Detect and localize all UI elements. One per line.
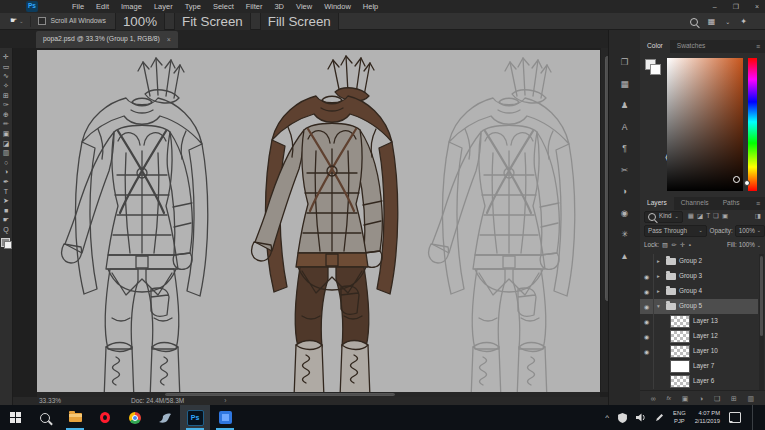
menu-layer[interactable]: Layer: [148, 3, 179, 11]
tool-dodge[interactable]: ◑: [0, 167, 12, 177]
twisty-icon[interactable]: ▸: [654, 289, 663, 295]
lock-all-icon[interactable]: ▪: [689, 242, 691, 248]
opera-button[interactable]: [90, 405, 120, 430]
new-layer-icon[interactable]: ⊞: [731, 395, 737, 402]
visibility-toggle[interactable]: ◉: [640, 314, 654, 329]
fill-screen-button[interactable]: Fill Screen: [260, 11, 339, 32]
tool-spot-healing[interactable]: ⊕: [0, 110, 12, 120]
tool-brush[interactable]: ✏: [0, 119, 12, 129]
clone-source-panel-icon[interactable]: ◉: [621, 207, 628, 220]
saturation-brightness-field[interactable]: [667, 58, 743, 191]
visibility-toggle[interactable]: ◉: [640, 344, 654, 359]
blend-mode-dropdown[interactable]: Pass Through ⌄: [644, 225, 707, 236]
tool-zoom[interactable]: Q: [0, 225, 12, 235]
fit-screen-button[interactable]: Fit Screen: [174, 11, 251, 32]
lock-pixels-icon[interactable]: ✏: [671, 242, 676, 248]
color-swatches[interactable]: [1, 238, 12, 249]
zoom-100-button[interactable]: 100%: [115, 11, 165, 32]
layer-thumbnail[interactable]: [670, 360, 690, 373]
tool-type[interactable]: T: [0, 186, 12, 196]
visibility-toggle[interactable]: ◉: [640, 269, 654, 284]
speaker-icon[interactable]: [636, 413, 646, 422]
menu-type[interactable]: Type: [179, 3, 207, 11]
filter-kind-dropdown[interactable]: Kind ⌄: [644, 211, 683, 223]
canvas-vertical-scrollbar[interactable]: [601, 48, 608, 392]
hue-slider-marker[interactable]: [744, 180, 750, 186]
notes-panel-icon[interactable]: ❐: [621, 56, 629, 69]
tray-expand-icon[interactable]: ^: [605, 414, 609, 422]
layers-scrollbar[interactable]: [759, 254, 764, 391]
adjustments-panel-icon[interactable]: ▦: [620, 78, 628, 91]
menu-window[interactable]: Window: [318, 3, 357, 11]
layer-effects-icon[interactable]: fx: [666, 395, 671, 401]
layer-row-group-3[interactable]: ◉ ▸ Group 3: [640, 269, 758, 284]
new-group-icon[interactable]: ❏: [714, 395, 720, 402]
blue-app-button[interactable]: [210, 405, 240, 430]
layer-row-layer-13[interactable]: ◉ Layer 13: [640, 314, 758, 329]
layer-thumbnail[interactable]: [670, 315, 690, 328]
visibility-toggle[interactable]: ◉: [640, 359, 654, 374]
tool-hand[interactable]: ☛: [0, 215, 12, 225]
paragraph-panel-icon[interactable]: ¶: [622, 142, 627, 155]
panel-menu-icon[interactable]: ≡: [756, 200, 760, 207]
mini-background-swatch[interactable]: [650, 64, 661, 75]
menu-3d[interactable]: 3D: [268, 3, 290, 11]
filter-adjustment-icon[interactable]: ◪: [697, 213, 703, 220]
menu-select[interactable]: Select: [207, 3, 240, 11]
hue-slider[interactable]: [748, 58, 757, 191]
chrome-button[interactable]: [120, 405, 150, 430]
start-button[interactable]: [0, 405, 30, 430]
styles-panel-icon[interactable]: ▲: [620, 250, 628, 263]
layer-thumbnail[interactable]: [670, 330, 690, 343]
layer-row-layer-12[interactable]: ◉ Layer 12: [640, 329, 758, 344]
tool-gradient[interactable]: ▥: [0, 148, 12, 158]
menu-file[interactable]: File: [66, 3, 90, 11]
link-layers-icon[interactable]: ∞: [651, 395, 656, 402]
fill-value[interactable]: 100%: [739, 242, 755, 248]
layer-row-group-4[interactable]: ◉ ▸ Group 4: [640, 284, 758, 299]
tool-crop[interactable]: ⊞: [0, 90, 12, 100]
tab-color[interactable]: Color: [640, 40, 670, 53]
layer-mask-icon[interactable]: ▣: [682, 395, 689, 402]
pen-input-icon[interactable]: [655, 413, 664, 422]
zoom-level-field[interactable]: 33.33%: [39, 398, 61, 405]
hscroll-thumb[interactable]: [165, 393, 395, 396]
filter-smart-object-icon[interactable]: ▣: [722, 213, 728, 220]
visibility-toggle[interactable]: ◉: [640, 284, 654, 299]
security-shield-icon[interactable]: [618, 413, 627, 423]
show-desktop-button[interactable]: [752, 405, 757, 430]
tool-pen[interactable]: ✒: [0, 177, 12, 187]
language-indicator[interactable]: ENG PJP: [673, 410, 686, 424]
layer-row-group-5[interactable]: ◉ ▾ Group 5: [640, 299, 758, 314]
taskbar-search-button[interactable]: [30, 405, 60, 430]
twisty-icon[interactable]: ▾: [654, 304, 663, 310]
tab-close-icon[interactable]: ×: [167, 36, 171, 43]
filter-pixel-icon[interactable]: ▦: [688, 213, 694, 220]
filter-type-icon[interactable]: T: [706, 213, 710, 220]
tab-channels[interactable]: Channels: [674, 197, 716, 210]
adjustment-layer-icon[interactable]: ◑: [699, 395, 703, 402]
tool-blur[interactable]: ○: [0, 158, 12, 168]
visibility-toggle[interactable]: ◉: [640, 374, 654, 389]
panel-menu-icon[interactable]: ≡: [756, 43, 760, 50]
filter-shape-icon[interactable]: ❏: [713, 213, 719, 220]
tool-eyedropper[interactable]: ✑: [0, 100, 12, 110]
layer-row-layer-7[interactable]: ◉ Layer 7: [640, 359, 758, 374]
menu-help[interactable]: Help: [357, 3, 384, 11]
opacity-dropdown[interactable]: 100% ⌄: [735, 225, 765, 236]
lock-position-icon[interactable]: ✛: [680, 242, 685, 248]
mini-color-swatches[interactable]: [645, 59, 661, 75]
learn-panel-icon[interactable]: ✳: [621, 228, 628, 241]
menu-edit[interactable]: Edit: [90, 3, 115, 11]
workspace-icon[interactable]: ▦: [708, 18, 716, 26]
tool-path-selection[interactable]: ➤: [0, 196, 12, 206]
visibility-toggle[interactable]: ◉: [640, 329, 654, 344]
menu-filter[interactable]: Filter: [240, 3, 269, 11]
menu-view[interactable]: View: [290, 3, 318, 11]
layers-scroll-thumb[interactable]: [760, 256, 763, 336]
visibility-toggle[interactable]: ◉: [640, 299, 654, 314]
color-picker-marker[interactable]: [733, 176, 740, 183]
tool-move[interactable]: ✛: [0, 52, 12, 62]
document-tab[interactable]: popa2.psd @ 33.3% (Group 1, RGB/8) ×: [36, 31, 178, 48]
photoshop-taskbar-button[interactable]: Ps: [180, 405, 210, 430]
